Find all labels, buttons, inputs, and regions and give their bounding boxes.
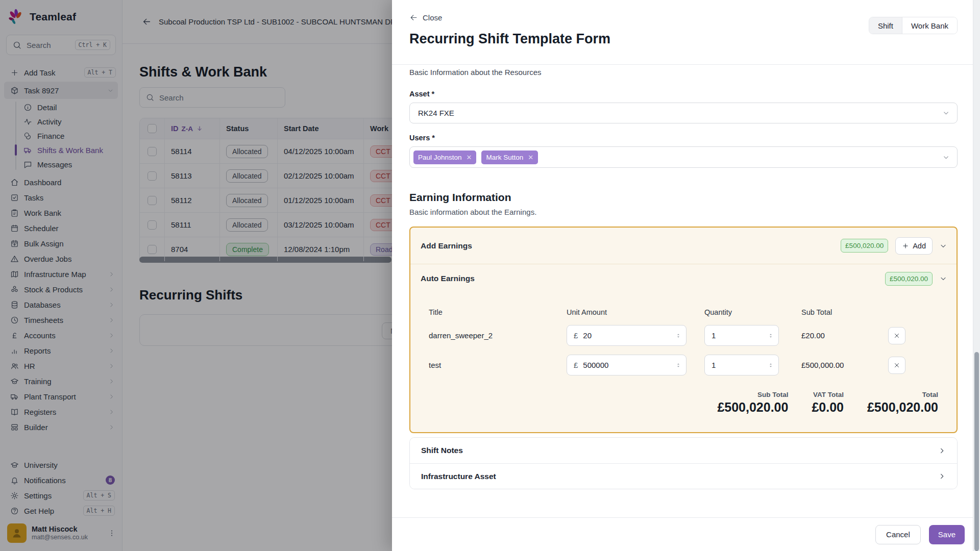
collapsed-sections: Shift Notes Infrastructure Asset (409, 437, 958, 489)
drawer-body: Basic Information about the Resources As… (392, 65, 980, 517)
row-subtotal: £20.00 (801, 331, 888, 340)
users-label: Users * (409, 134, 958, 142)
asset-value: RK24 FXE (418, 109, 454, 117)
total-block: Total £500,020.00 (867, 391, 938, 415)
tab-shift[interactable]: Shift (869, 17, 902, 34)
chevron-down-icon (942, 109, 950, 117)
remove-earning-button[interactable] (888, 357, 905, 374)
close-button[interactable]: Close (409, 13, 442, 22)
earnings-table: Title Unit Amount Quantity Sub Total dar… (410, 308, 957, 375)
chevron-right-icon (938, 472, 946, 480)
chevron-down-icon (942, 154, 950, 161)
total-value: £500,020.00 (717, 400, 788, 415)
earning-information-title: Earning Information (409, 191, 958, 204)
currency-symbol: £ (574, 361, 578, 369)
remove-chip-icon[interactable]: ✕ (467, 154, 472, 161)
total-value: £0.00 (812, 400, 844, 415)
user-chip: Mark Sutton ✕ (481, 151, 538, 164)
quantity-field (704, 325, 779, 346)
add-earnings-label: Add Earnings (421, 241, 841, 251)
total-label: Total (867, 391, 938, 398)
earnings-table-header: Title Unit Amount Quantity Sub Total (429, 308, 911, 316)
add-earnings-amount-badge: £500,020.00 (841, 239, 888, 253)
asset-label: Asset * (409, 90, 958, 98)
close-icon (893, 362, 900, 369)
quantity-input[interactable] (712, 361, 762, 369)
total-block: Sub Total £500,020.00 (717, 391, 788, 415)
earnings-row: test £ (429, 355, 911, 375)
remove-earning-button[interactable] (888, 327, 905, 344)
add-earnings-row: Add Earnings £500,020.00 Add (410, 228, 957, 264)
plus-icon (902, 242, 909, 249)
modal-overlay[interactable] (0, 0, 392, 551)
row-subtotal: £500,000.00 (801, 361, 888, 369)
shift-workbank-toggle: Shift Work Bank (869, 17, 958, 34)
earning-title: darren_sweeper_2 (429, 331, 567, 340)
quantity-input[interactable] (712, 331, 762, 340)
recurring-shift-template-drawer: Close Recurring Shift Template Form Shif… (392, 0, 980, 551)
unit-amount-input[interactable] (583, 361, 670, 369)
collapsible-section-row[interactable]: Shift Notes (410, 438, 957, 463)
earnings-totals: Sub Total £500,020.00 VAT Total £0.00 To… (410, 391, 957, 415)
earnings-row: darren_sweeper_2 £ (429, 325, 911, 346)
add-earning-button[interactable]: Add (895, 237, 933, 255)
chevron-right-icon (938, 447, 946, 455)
total-label: Sub Total (717, 391, 788, 398)
save-button[interactable]: Save (929, 525, 965, 544)
page-scrollbar[interactable] (973, 0, 980, 551)
asset-select[interactable]: RK24 FXE (409, 103, 958, 123)
collapsible-section-row[interactable]: Infrastructure Asset (410, 463, 957, 489)
stepper-arrows-icon[interactable] (767, 361, 774, 369)
scrollbar-thumb[interactable] (974, 352, 979, 551)
unit-amount-field: £ (567, 355, 687, 375)
auto-earnings-label: Auto Earnings (421, 274, 885, 283)
stepper-arrows-icon[interactable] (767, 332, 774, 340)
stepper-arrows-icon[interactable] (675, 361, 682, 369)
earning-title: test (429, 361, 567, 369)
auto-earnings-row: Auto Earnings £500,020.00 (410, 264, 957, 293)
total-block: VAT Total £0.00 (812, 391, 844, 415)
drawer-header: Close Recurring Shift Template Form Shif… (392, 0, 980, 65)
remove-chip-icon[interactable]: ✕ (528, 154, 533, 161)
unit-amount-field: £ (567, 325, 687, 346)
tab-work-bank[interactable]: Work Bank (902, 17, 957, 34)
close-icon (893, 332, 900, 339)
section-note: Basic Information about the Resources (409, 68, 958, 77)
currency-symbol: £ (574, 331, 578, 340)
chevron-down-icon[interactable] (939, 274, 947, 283)
earnings-panel: Add Earnings £500,020.00 Add Auto Earnin… (409, 227, 958, 433)
unit-amount-input[interactable] (583, 331, 670, 340)
stepper-arrows-icon[interactable] (675, 332, 682, 340)
users-multiselect[interactable]: Paul Johnston ✕ Mark Sutton ✕ (409, 146, 958, 168)
cancel-button[interactable]: Cancel (875, 525, 921, 544)
auto-earnings-amount-badge: £500,020.00 (885, 272, 933, 286)
user-chip: Paul Johnston ✕ (413, 151, 476, 164)
drawer-footer: Cancel Save (392, 517, 980, 551)
quantity-field (704, 355, 779, 375)
chevron-down-icon[interactable] (939, 242, 947, 250)
total-value: £500,020.00 (867, 400, 938, 415)
back-arrow-icon (409, 13, 418, 22)
total-label: VAT Total (812, 391, 844, 398)
earning-information-subtitle: Basic information about the Earnings. (409, 208, 958, 216)
